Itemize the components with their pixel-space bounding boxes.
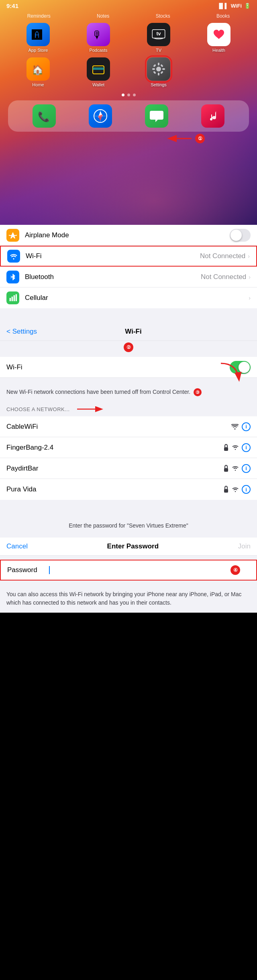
- network-fingerbang[interactable]: FingerBang-2.4 i: [0, 437, 257, 458]
- network-fingerbang-label: FingerBang-2.4: [6, 444, 223, 452]
- svg-rect-14: [160, 64, 163, 67]
- app-phone[interactable]: 📞: [30, 104, 58, 128]
- dialog-join-button[interactable]: Join: [238, 542, 251, 550]
- lock-icon-2: [223, 465, 229, 472]
- annotation-2-circle: ②: [124, 342, 133, 352]
- app-health-label: Health: [212, 48, 225, 53]
- app-tv[interactable]: tv TV: [145, 23, 173, 53]
- cablewifi-info-btn[interactable]: i: [242, 422, 251, 431]
- section-gap-3: [0, 556, 257, 560]
- svg-rect-7: [93, 67, 104, 70]
- choose-network-header: CHOOSE A NETWORK...: [0, 401, 257, 416]
- battery-icon: 🔋: [244, 3, 251, 9]
- app-empty: [205, 57, 233, 87]
- dialog-title: Enter Password: [28, 542, 238, 550]
- app-tv-icon: tv: [147, 23, 170, 46]
- dialog-cancel-button[interactable]: Cancel: [6, 542, 28, 550]
- bluetooth-value: Not Connected: [201, 273, 246, 281]
- app-row-2: 🏠 Home Wallet: [0, 55, 257, 90]
- wifi-medium-icon-2: [232, 466, 239, 471]
- network-paydirtbar-label: PaydirtBar: [6, 465, 223, 473]
- svg-rect-28: [14, 295, 15, 301]
- app-safari[interactable]: [86, 104, 114, 128]
- network-puravida[interactable]: Pura Vida i: [0, 479, 257, 500]
- home-screen: 9:41 ▐▌▌ WiFi 🔋 Reminders Notes Stocks B…: [0, 0, 257, 225]
- arrow-to-toggle: [0, 378, 257, 383]
- airplane-mode-toggle[interactable]: [230, 229, 251, 242]
- app-row-1: 🅰 App Store 🎙 Podcasts tv TV: [0, 20, 257, 55]
- svg-point-8: [156, 67, 161, 71]
- wifi-medium-icon: [232, 445, 239, 450]
- app-music[interactable]: [199, 104, 227, 128]
- svg-rect-31: [224, 447, 228, 451]
- page-dots: [0, 94, 257, 96]
- network-cablewifi-icons: i: [231, 422, 251, 431]
- bluetooth-icon: [6, 271, 19, 283]
- app-home[interactable]: 🏠 Home: [24, 57, 52, 87]
- app-wallet-icon: [87, 57, 110, 81]
- bluetooth-row[interactable]: Bluetooth Not Connected ›: [0, 267, 257, 287]
- section-gap-1: [0, 308, 257, 323]
- choose-network-label: CHOOSE A NETWORK...: [6, 406, 70, 412]
- network-paydirtbar-icons: i: [223, 464, 251, 473]
- app-messages[interactable]: [143, 104, 171, 128]
- status-bar: 9:41 ▐▌▌ WiFi 🔋: [0, 0, 257, 12]
- network-paydirtbar[interactable]: PaydirtBar i: [0, 458, 257, 479]
- app-home-label: Home: [32, 82, 44, 87]
- app-home-icon: 🏠: [27, 57, 50, 81]
- puravida-info-btn[interactable]: i: [242, 485, 251, 494]
- wifi-signal-icon: [231, 424, 239, 430]
- choose-network-arrow: [73, 404, 105, 414]
- dock: 📞: [8, 100, 249, 132]
- nav-stocks: Stocks: [156, 13, 170, 19]
- section-gap-4: [0, 581, 257, 585]
- annotation-1-arrow: [165, 132, 194, 145]
- cellular-chevron: ›: [249, 295, 251, 301]
- app-tv-label: TV: [156, 48, 161, 53]
- nav-books: Books: [216, 13, 230, 19]
- svg-text:🏠: 🏠: [32, 64, 44, 75]
- paydirtbar-info-btn[interactable]: i: [242, 464, 251, 473]
- wifi-icon: [7, 250, 20, 263]
- wifi-page-title: Wi-Fi: [40, 328, 226, 336]
- wifi-settings-row[interactable]: Wi-Fi Not Connected ›: [0, 246, 257, 267]
- network-cablewifi[interactable]: CableWiFi i: [0, 416, 257, 437]
- network-cablewifi-label: CableWiFi: [6, 423, 231, 431]
- app-health[interactable]: Health: [205, 23, 233, 53]
- svg-text:🅰: 🅰: [32, 29, 42, 41]
- app-settings[interactable]: Settings: [145, 57, 173, 87]
- app-settings-icon: [147, 57, 170, 81]
- password-prompt-text: Enter the password for "Seven Virtues Ex…: [6, 522, 251, 529]
- bluetooth-label: Bluetooth: [25, 273, 201, 281]
- svg-rect-33: [224, 489, 228, 493]
- cellular-row[interactable]: Cellular ›: [0, 287, 257, 308]
- app-appstore[interactable]: 🅰 App Store: [24, 23, 52, 53]
- network-puravida-icons: i: [223, 485, 251, 494]
- password-field-row[interactable]: Password ④: [0, 560, 257, 581]
- app-health-icon: [207, 23, 230, 46]
- password-label: Password: [7, 566, 43, 574]
- fingerbang-info-btn[interactable]: i: [242, 443, 251, 452]
- password-dialog-header: Cancel Enter Password Join: [0, 538, 257, 556]
- svg-text:🎙: 🎙: [92, 29, 102, 41]
- svg-marker-23: [98, 114, 103, 121]
- network-puravida-label: Pura Vida: [6, 485, 223, 493]
- airplane-mode-row[interactable]: Airplane Mode: [0, 225, 257, 246]
- nav-notes: Notes: [97, 13, 109, 19]
- wifi-page-header: < Settings Wi-Fi: [0, 323, 257, 341]
- top-nav: Reminders Notes Stocks Books: [0, 12, 257, 20]
- svg-rect-13: [153, 64, 156, 67]
- lock-icon: [223, 444, 229, 451]
- svg-rect-16: [160, 71, 163, 74]
- wifi-label: Wi-Fi: [26, 252, 200, 260]
- nav-reminders: Reminders: [27, 13, 51, 19]
- app-podcasts-icon: 🎙: [87, 23, 110, 46]
- app-wallet[interactable]: Wallet: [84, 57, 112, 87]
- lock-icon-3: [223, 486, 229, 493]
- wifi-back-button[interactable]: < Settings: [6, 328, 37, 336]
- cellular-label: Cellular: [25, 294, 249, 302]
- app-appstore-label: App Store: [29, 48, 48, 53]
- app-podcasts[interactable]: 🎙 Podcasts: [84, 23, 112, 53]
- svg-rect-9: [158, 63, 159, 65]
- svg-rect-26: [10, 298, 11, 301]
